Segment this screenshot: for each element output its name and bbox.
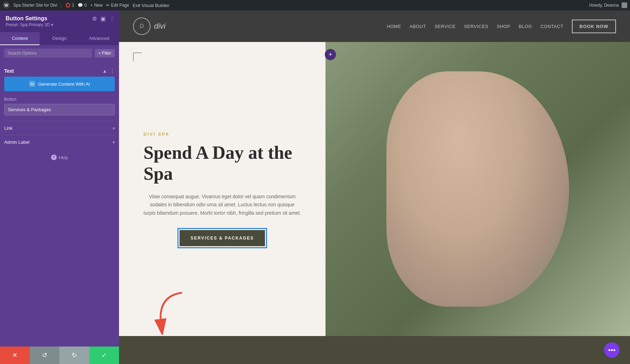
link-section-title: Link (4, 126, 13, 131)
circle-count[interactable]: ⭕ 1 (65, 3, 75, 8)
logo-circle: D (133, 17, 150, 35)
nav-home[interactable]: HOME (387, 24, 401, 29)
hero-subtitle: DIVI SPA (144, 132, 301, 137)
tab-content[interactable]: Content (0, 32, 40, 45)
hero-left: DIVI SPA Spend A Day at the Spa Vitae co… (119, 42, 326, 336)
comment-count[interactable]: 💬 0 (78, 3, 87, 8)
site-header: D divi HOME ABOUT SERVICE SERVICES SHOP … (119, 10, 630, 42)
admin-bar: W Spa Starter Site for Divi | ⭕ 1 💬 0 + … (0, 0, 630, 10)
wordpress-logo-icon[interactable]: W (3, 2, 10, 9)
text-section-title: Text (4, 68, 14, 74)
logo-text: divi (154, 22, 166, 31)
admin-label-section-header[interactable]: Admin Label ▾ (4, 140, 115, 145)
site-logo: D divi (133, 17, 166, 35)
admin-label-section: Admin Label ▾ (4, 135, 115, 149)
collapse-icon[interactable]: ▲ (102, 68, 107, 74)
sidebar-header: ⚙ ▣ ⋮ Button Settings Preset: Spa Primar… (0, 10, 119, 32)
help-icon: ? (51, 155, 57, 160)
sidebar-actions: ✕ ↺ ↻ ✓ (0, 347, 119, 364)
ai-generate-button[interactable]: AI Generate Content With AI (4, 77, 115, 91)
sidebar: ⚙ ▣ ⋮ Button Settings Preset: Spa Primar… (0, 10, 119, 364)
hero-section: DIVI SPA Spend A Day at the Spa Vitae co… (119, 42, 630, 336)
user-avatar (622, 2, 627, 8)
preset-chevron-icon: ▾ (51, 22, 53, 27)
text-section: Text ▲ ⋮ AI Generate Content With AI But… (4, 65, 115, 115)
filter-button[interactable]: + Filter (95, 49, 115, 57)
admin-label-title: Admin Label (4, 140, 29, 145)
site-name: Spa Starter Site for Divi (13, 3, 57, 8)
site-bottom: ••• (119, 336, 630, 364)
new-button[interactable]: + New (90, 3, 103, 8)
tab-advanced[interactable]: Advanced (79, 32, 119, 45)
sidebar-preset[interactable]: Preset: Spa Primary 3D ▾ (6, 22, 113, 27)
button-field-group: Button (4, 97, 115, 115)
hero-title: Spend A Day at the Spa (144, 142, 301, 184)
hero-description: Vitae consequat augue. Vivamus eget dolo… (144, 193, 301, 217)
nav-services[interactable]: SERVICES (464, 24, 489, 29)
hero-cta-button[interactable]: SERVICES & PACKAGES (180, 230, 265, 246)
link-chevron-icon: ▾ (113, 126, 115, 131)
settings-icon[interactable]: ⚙ (92, 15, 97, 22)
admin-label-chevron-icon: ▾ (113, 140, 115, 145)
hero-background (326, 42, 630, 336)
howdy-text: Howdy, Deanna (589, 3, 619, 8)
redo-button[interactable]: ↻ (59, 347, 89, 364)
site-nav: HOME ABOUT SERVICE SERVICES SHOP BLOG CO… (387, 20, 616, 33)
sidebar-header-icons: ⚙ ▣ ⋮ (92, 15, 115, 22)
sidebar-tabs: Content Design Advanced (0, 32, 119, 45)
bracket-decoration (133, 52, 142, 61)
button-field-label: Button (4, 97, 115, 102)
section-menu-icon[interactable]: ⋮ (110, 68, 115, 74)
tab-design[interactable]: Design (40, 32, 79, 45)
nav-about[interactable]: ABOUT (410, 24, 426, 29)
edit-page-button[interactable]: ✏ Edit Page (106, 3, 129, 8)
main-area: ⚙ ▣ ⋮ Button Settings Preset: Spa Primar… (0, 10, 630, 364)
admin-bar-left: W Spa Starter Site for Divi | ⭕ 1 💬 0 + … (3, 2, 585, 9)
undo-button[interactable]: ↺ (30, 347, 59, 364)
nav-service[interactable]: SERVICE (434, 24, 455, 29)
button-text-input[interactable] (4, 104, 115, 115)
nav-blog[interactable]: BLOG (519, 24, 532, 29)
nav-shop[interactable]: SHOP (497, 24, 510, 29)
save-button[interactable]: ✓ (89, 347, 119, 364)
cancel-button[interactable]: ✕ (0, 347, 30, 364)
help-link[interactable]: ? Help (8, 155, 111, 160)
text-section-header[interactable]: Text ▲ ⋮ (4, 65, 115, 77)
search-input[interactable] (4, 49, 92, 58)
website-preview: D divi HOME ABOUT SERVICE SERVICES SHOP … (119, 10, 630, 364)
more-icon[interactable]: ⋮ (109, 15, 115, 22)
sidebar-content: Text ▲ ⋮ AI Generate Content With AI But… (0, 61, 119, 347)
hero-photo (326, 42, 630, 336)
fab-menu-button[interactable]: ••• (604, 342, 620, 358)
layout-icon[interactable]: ▣ (100, 15, 106, 22)
sidebar-search: + Filter (0, 45, 119, 61)
link-section: Link ▾ (4, 121, 115, 135)
exit-visual-builder-button[interactable]: Exit Visual Builder (133, 3, 169, 8)
preview-area: D divi HOME ABOUT SERVICE SERVICES SHOP … (119, 10, 630, 364)
link-section-header[interactable]: Link ▾ (4, 126, 115, 131)
help-section: ? Help (4, 149, 115, 166)
nav-contact[interactable]: CONTACT (540, 24, 563, 29)
ai-icon: AI (29, 81, 35, 87)
admin-bar-right: Howdy, Deanna (589, 2, 628, 8)
add-section-button[interactable]: + (325, 49, 336, 60)
book-now-button[interactable]: BOOK NOW (572, 20, 616, 33)
